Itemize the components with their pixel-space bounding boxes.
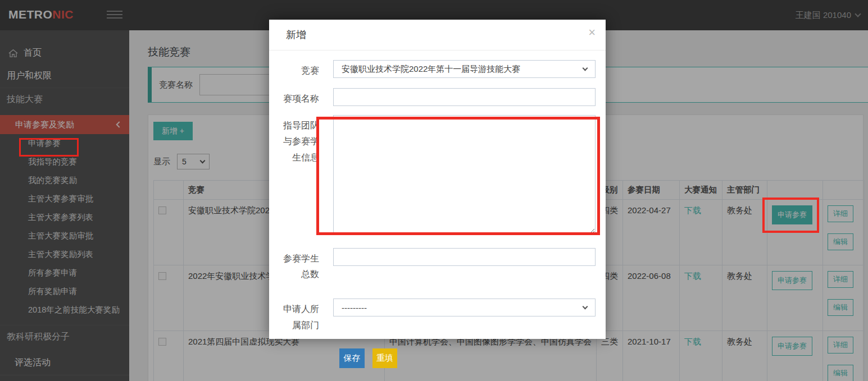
applicant-dept-select[interactable]: --------- [333,299,596,316]
modal-title: 新增 [286,28,306,42]
add-new-modal: 新增 × 竞赛 安徽职业技术学院2022年第十一届导游技能大赛 赛项名称 指导团… [269,20,606,339]
close-icon[interactable]: × [588,26,596,39]
applicant-dept-label: 申请人所属部门 [278,299,319,334]
modal-header: 新增 × [269,20,606,51]
modal-body: 竞赛 安徽职业技术学院2022年第十一届导游技能大赛 赛项名称 指导团队与参赛学… [269,51,606,368]
event-name-input[interactable] [333,88,596,106]
applicant-dept-value: --------- [342,303,367,313]
chevron-down-icon [583,304,588,310]
team-info-label: 指导团队与参赛学生信息 [278,115,319,236]
competition-label: 竞赛 [278,60,319,79]
save-button[interactable]: 保存 [339,348,365,368]
competition-select-value: 安徽职业技术学院2022年第十一届导游技能大赛 [342,64,520,75]
student-total-input[interactable] [333,248,596,266]
student-total-label: 参赛学生总数 [278,248,319,283]
chevron-down-icon [583,66,588,71]
event-name-label: 赛项名称 [278,88,319,107]
team-info-textarea[interactable] [333,115,596,234]
competition-select[interactable]: 安徽职业技术学院2022年第十一届导游技能大赛 [333,60,596,78]
reset-button[interactable]: 重填 [372,348,397,368]
